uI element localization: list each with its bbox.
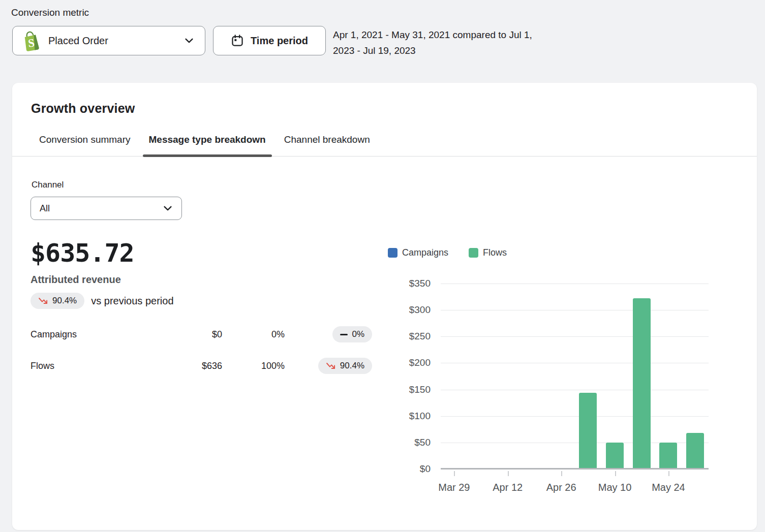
chart-plot: $0$50$100$150$200$250$300$350Mar 29Apr 1… [388, 284, 718, 499]
row-label: Campaigns [30, 329, 146, 340]
y-tick-label: $200 [388, 357, 431, 368]
legend-item-flows[interactable]: Flows [469, 247, 507, 258]
row-change-value: 90.4% [340, 361, 364, 371]
legend-item-campaigns[interactable]: Campaigns [388, 247, 448, 258]
row-change-value: 0% [352, 329, 364, 339]
tab-message-type-breakdown[interactable]: Message type breakdown [143, 130, 272, 156]
y-tick-label: $100 [388, 411, 431, 422]
bar-flows-may-17[interactable] [633, 298, 651, 469]
gridline-300 [441, 310, 709, 310]
y-tick-label: $350 [388, 278, 431, 289]
row-share: 100% [222, 361, 285, 371]
gridline-250 [441, 336, 709, 337]
conversion-metric-label: Conversion metric [11, 7, 753, 18]
bar-flows-may-3[interactable] [579, 393, 597, 469]
calendar-icon [231, 34, 244, 47]
change-value: 90.4% [52, 296, 77, 306]
y-tick-label: $0 [388, 463, 431, 475]
breakdown-table: Campaigns $0 0% 0% Flows $636 100% [30, 325, 372, 375]
x-tick [508, 471, 509, 476]
time-period-label: Time period [251, 35, 308, 47]
chevron-down-icon [183, 35, 195, 46]
chart-legend: CampaignsFlows [388, 247, 723, 258]
y-tick-label: $50 [388, 437, 431, 448]
shopify-bag-icon: S [22, 30, 41, 51]
attributed-revenue-value: $635.72 [30, 238, 372, 268]
channel-filter-dropdown[interactable]: All [30, 197, 182, 220]
conversion-metric-dropdown[interactable]: S Placed Order [12, 26, 205, 55]
tabs: Conversion summary Message type breakdow… [12, 130, 757, 157]
x-tick [454, 471, 455, 476]
y-tick-label: $250 [388, 331, 431, 342]
channel-filter-value: All [40, 203, 162, 214]
x-tick-label: Apr 26 [546, 482, 576, 493]
x-tick [615, 471, 616, 476]
row-change-badge: 0% [332, 326, 372, 342]
chart-panel: CampaignsFlows $0$50$100$150$200$250$300… [388, 247, 723, 499]
change-suffix: vs previous period [91, 295, 173, 307]
x-tick-label: May 10 [598, 482, 632, 493]
gridline-0 [441, 468, 709, 470]
tab-conversion-summary[interactable]: Conversion summary [33, 130, 137, 156]
table-row-flows: Flows $636 100% 90.4% [30, 357, 372, 375]
tab-channel-breakdown[interactable]: Channel breakdown [278, 130, 376, 156]
row-change-badge: 90.4% [318, 358, 372, 374]
metric-panel: Channel All $635.72 Attributed revenue 9… [30, 180, 372, 375]
x-tick-label: May 24 [652, 482, 685, 493]
flat-dash-icon [340, 334, 348, 335]
time-period-button[interactable]: Time period [213, 26, 326, 55]
gridline-200 [441, 363, 709, 363]
legend-swatch-icon [469, 248, 478, 258]
conversion-metric-value: Placed Order [48, 35, 183, 47]
x-tick-label: Mar 29 [438, 482, 470, 493]
header: Conversion metric S Placed Order [0, 0, 765, 58]
card-title: Growth overview [31, 101, 757, 116]
row-revenue: $636 [146, 361, 222, 371]
date-range-text: Apr 1, 2021 - May 31, 2021 compared to J… [333, 26, 553, 58]
trend-down-icon [38, 296, 48, 306]
attributed-revenue-label: Attributed revenue [30, 274, 372, 286]
x-tick-label: Apr 12 [493, 482, 523, 493]
legend-label: Flows [483, 247, 507, 258]
gridline-100 [441, 416, 709, 417]
bar-flows-may-10[interactable] [606, 443, 624, 469]
table-row-campaigns: Campaigns $0 0% 0% [30, 325, 372, 343]
gridline-150 [441, 390, 709, 390]
trend-down-icon [326, 361, 336, 371]
y-tick-label: $150 [388, 384, 431, 395]
change-badge: 90.4% [30, 293, 84, 309]
row-label: Flows [30, 361, 146, 371]
row-revenue: $0 [146, 329, 222, 340]
channel-filter-label: Channel [32, 180, 372, 190]
x-tick [561, 471, 562, 476]
legend-swatch-icon [388, 248, 397, 258]
x-tick [668, 471, 669, 476]
bar-flows-may-31[interactable] [686, 433, 704, 469]
row-share: 0% [222, 329, 285, 340]
legend-label: Campaigns [402, 247, 448, 258]
growth-overview-card: Growth overview Conversion summary Messa… [12, 83, 757, 530]
y-tick-label: $300 [388, 304, 431, 316]
chevron-down-icon [162, 203, 173, 214]
bar-flows-may-24[interactable] [659, 443, 677, 469]
gridline-350 [441, 284, 709, 284]
